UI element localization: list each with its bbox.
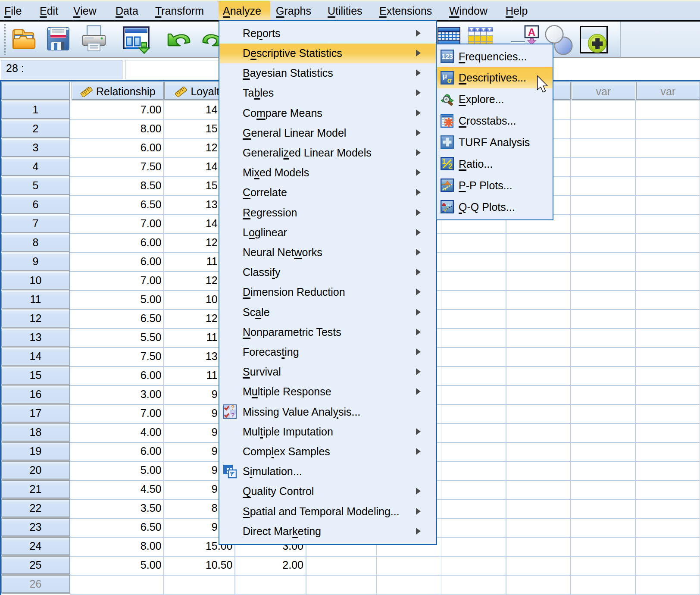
svg-text:?: ? (231, 412, 235, 419)
svg-text:?: ? (231, 404, 235, 411)
svg-text:A: A (528, 26, 535, 38)
svg-text:σ: σ (447, 77, 452, 84)
svg-text:2: 2 (449, 163, 453, 170)
svg-text:1: 1 (442, 158, 446, 165)
svg-text:123: 123 (441, 53, 453, 60)
svg-text:μ: μ (443, 72, 447, 80)
